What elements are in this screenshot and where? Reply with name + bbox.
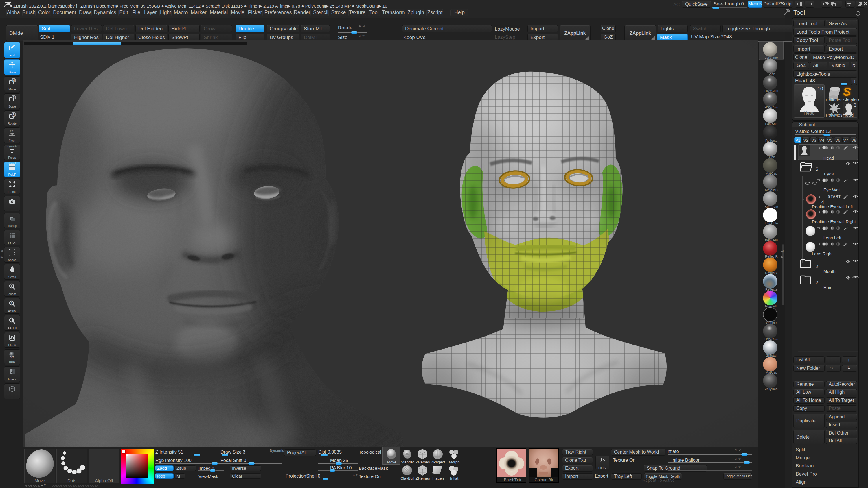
svg-text:BPR: BPR: [10, 356, 14, 358]
svg-text:S: S: [13, 96, 15, 99]
svg-text:1: 1: [11, 302, 12, 305]
svg-text:M: M: [12, 79, 15, 82]
svg-text:⁜ ▾: ⁜ ▾: [9, 130, 13, 132]
svg-text:R: R: [12, 113, 15, 116]
